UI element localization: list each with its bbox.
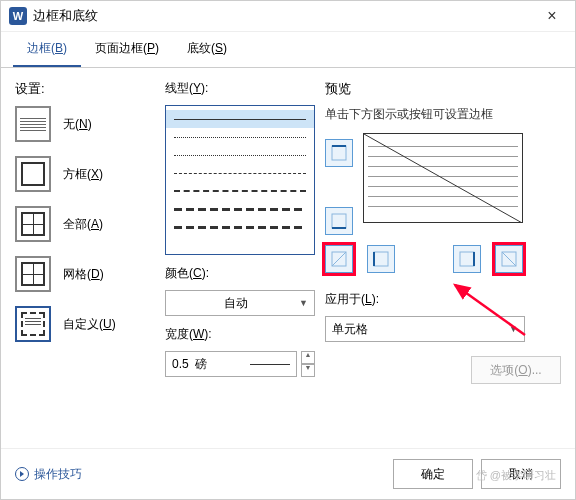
line-dotted[interactable] xyxy=(166,128,314,146)
line-solid[interactable] xyxy=(166,110,314,128)
setting-grid-label: 网格(D) xyxy=(63,266,104,283)
annotation-arrow xyxy=(445,280,535,340)
play-icon xyxy=(15,467,29,481)
chevron-down-icon: ▼ xyxy=(299,298,308,308)
tab-borders[interactable]: 边框(B) xyxy=(13,32,81,67)
spinner-down[interactable]: ▼ xyxy=(301,364,315,377)
dialog-title: 边框和底纹 xyxy=(33,7,537,25)
setting-box-icon xyxy=(15,156,51,192)
line-dotted2[interactable] xyxy=(166,146,314,164)
watermark: 岱 @被学研习壮 xyxy=(476,468,556,483)
width-input[interactable]: 0.5 磅 xyxy=(165,351,297,377)
ok-button[interactable]: 确定 xyxy=(393,459,473,489)
color-value: 自动 xyxy=(224,295,248,312)
svg-line-4 xyxy=(364,134,522,223)
tips-link[interactable]: 操作技巧 xyxy=(15,466,385,483)
setting-none[interactable]: 无(N) xyxy=(15,106,155,142)
setting-grid[interactable]: 网格(D) xyxy=(15,256,155,292)
svg-line-13 xyxy=(455,285,525,335)
border-top-button[interactable] xyxy=(325,139,353,167)
color-label: 颜色(C): xyxy=(165,265,315,282)
options-button: 选项(O)... xyxy=(471,356,561,384)
line-ddash[interactable] xyxy=(166,200,314,218)
close-button[interactable]: × xyxy=(537,7,567,25)
setting-grid-icon xyxy=(15,256,51,292)
svg-rect-0 xyxy=(332,146,346,160)
linestyle-label: 线型(Y): xyxy=(165,80,315,97)
setting-all[interactable]: 全部(A) xyxy=(15,206,155,242)
tabs: 边框(B) 页面边框(P) 底纹(S) xyxy=(1,32,575,68)
line-ldash[interactable] xyxy=(166,182,314,200)
setting-box-label: 方框(X) xyxy=(63,166,103,183)
setting-box[interactable]: 方框(X) xyxy=(15,156,155,192)
preview-diagram[interactable] xyxy=(363,133,523,223)
settings-label: 设置: xyxy=(15,80,155,98)
svg-line-6 xyxy=(332,252,346,266)
diag-up-button[interactable] xyxy=(495,245,523,273)
setting-custom-icon xyxy=(15,306,51,342)
border-right-button[interactable] xyxy=(453,245,481,273)
tab-page-borders[interactable]: 页面边框(P) xyxy=(81,32,173,67)
border-left-button[interactable] xyxy=(367,245,395,273)
width-spinner[interactable]: ▲▼ xyxy=(301,351,315,377)
setting-custom[interactable]: 自定义(U) xyxy=(15,306,155,342)
setting-none-label: 无(N) xyxy=(63,116,92,133)
color-select[interactable]: 自动 ▼ xyxy=(165,290,315,316)
svg-rect-2 xyxy=(332,214,346,228)
linestyle-list[interactable] xyxy=(165,105,315,255)
border-bottom-button[interactable] xyxy=(325,207,353,235)
svg-rect-7 xyxy=(374,252,388,266)
preview-label: 预览 xyxy=(325,80,561,98)
svg-line-12 xyxy=(502,252,516,266)
tips-label: 操作技巧 xyxy=(34,466,82,483)
setting-all-label: 全部(A) xyxy=(63,216,103,233)
diag-down-button[interactable] xyxy=(325,245,353,273)
setting-custom-label: 自定义(U) xyxy=(63,316,116,333)
spinner-up[interactable]: ▲ xyxy=(301,351,315,364)
line-dashed[interactable] xyxy=(166,164,314,182)
preview-hint: 单击下方图示或按钮可设置边框 xyxy=(325,106,561,123)
width-preview-line xyxy=(250,364,290,365)
svg-rect-9 xyxy=(460,252,474,266)
tab-shading[interactable]: 底纹(S) xyxy=(173,32,241,67)
line-ddash2[interactable] xyxy=(166,218,314,236)
setting-none-icon xyxy=(15,106,51,142)
setting-all-icon xyxy=(15,206,51,242)
app-icon: W xyxy=(9,7,27,25)
apply-value: 单元格 xyxy=(332,321,368,338)
width-label: 宽度(W): xyxy=(165,326,315,343)
